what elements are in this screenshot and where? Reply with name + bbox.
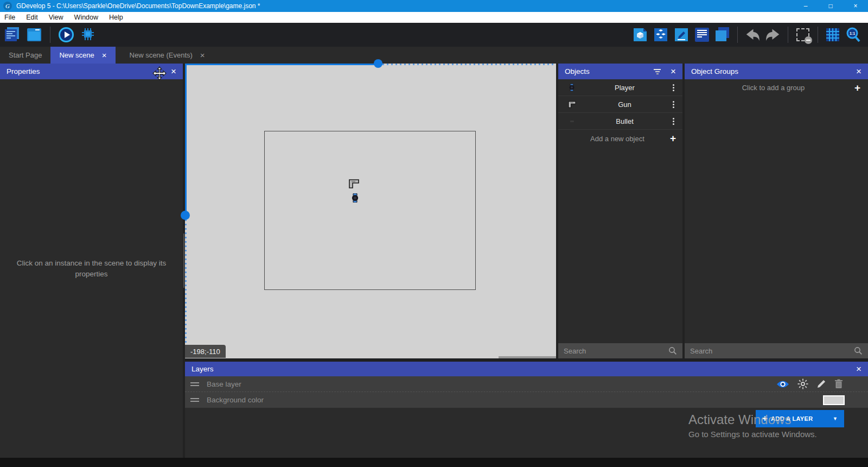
object-groups-panel: Object Groups × Click to add a group + — [685, 64, 868, 358]
search-icon — [668, 346, 677, 355]
objects-search-bar — [558, 343, 682, 358]
toolbar: 1:1 — [0, 23, 868, 47]
object-menu-icon[interactable] — [668, 84, 678, 91]
object-groups-close-icon[interactable]: × — [856, 66, 861, 77]
toolbar-separator — [788, 27, 788, 43]
tab-new-scene[interactable]: New scene × — [50, 47, 115, 64]
caret-down-icon[interactable]: ▼ — [833, 416, 838, 421]
layer-row-base[interactable]: Base layer — [185, 376, 868, 392]
maximize-button[interactable]: □ — [818, 0, 843, 12]
move-cursor-icon — [152, 66, 167, 80]
gdevelop-window: G GDevelop 5 - C:\Users\Sparkle\OneDrive… — [0, 0, 868, 467]
properties-panel: Properties × Click on an instance in the… — [0, 64, 183, 458]
title-bar: G GDevelop 5 - C:\Users\Sparkle\OneDrive… — [0, 0, 868, 12]
bottom-scrollbar-thumb[interactable] — [499, 356, 556, 358]
objects-close-icon[interactable]: × — [671, 66, 676, 77]
layer-effects-icon[interactable] — [797, 378, 808, 389]
zoom-original-icon[interactable]: 1:1 — [845, 27, 861, 43]
objects-panel: Objects × Player — [558, 64, 682, 358]
gdevelop-logo-icon: G — [3, 2, 12, 10]
menu-window[interactable]: Window — [69, 12, 104, 23]
tab-new-scene-events[interactable]: New scene (Events) × — [121, 47, 214, 64]
close-button[interactable]: × — [843, 0, 868, 12]
add-layer-button[interactable]: + ADD A LAYER ▼ — [756, 410, 844, 427]
objects-header[interactable]: Objects × — [558, 64, 682, 79]
play-preview-icon[interactable] — [58, 27, 74, 43]
debug-icon[interactable] — [80, 27, 96, 43]
objects-list: Player Gun Bullet — [558, 79, 682, 147]
h-scrollbar-track-dashed — [382, 64, 556, 65]
object-groups-header[interactable]: Object Groups × — [685, 64, 868, 79]
edit-scene-icon[interactable] — [673, 27, 690, 43]
object-row-bullet[interactable]: Bullet — [558, 113, 682, 130]
toolbar-separator — [737, 27, 738, 43]
toolbar-separator — [50, 27, 50, 43]
object-row-gun[interactable]: Gun — [558, 96, 682, 113]
player-sprite-icon — [563, 84, 581, 91]
grid-icon[interactable] — [825, 27, 841, 43]
bottom-edge — [0, 458, 868, 467]
properties-title: Properties — [7, 67, 40, 75]
properties-close-icon[interactable]: × — [171, 66, 176, 77]
objects-search-input[interactable] — [564, 347, 668, 355]
object-name: Player — [581, 84, 668, 92]
h-scrollbar-track — [185, 64, 382, 65]
h-scrollbar-thumb[interactable] — [374, 59, 382, 68]
add-object-icon[interactable] — [632, 27, 648, 43]
v-scrollbar-thumb[interactable] — [181, 211, 190, 220]
object-groups-search-bar — [685, 343, 868, 358]
properties-empty-message: Click on an instance in the scene to dis… — [0, 258, 183, 280]
plus-icon: + — [762, 413, 768, 424]
filter-icon[interactable] — [654, 69, 661, 74]
gun-sprite-icon — [563, 101, 581, 108]
layer-row-background[interactable]: Background color — [185, 392, 868, 408]
layers-header[interactable]: Layers × — [185, 362, 868, 376]
background-color-swatch[interactable] — [823, 395, 845, 405]
layers-toolbar-icon[interactable] — [714, 27, 731, 43]
search-icon — [854, 346, 863, 355]
project-manager-icon[interactable] — [4, 27, 21, 43]
edit-layer-pencil-icon[interactable] — [816, 379, 826, 389]
redo-icon[interactable] — [765, 27, 781, 43]
menu-view[interactable]: View — [43, 12, 69, 23]
minimize-button[interactable]: – — [793, 0, 818, 12]
cursor-coordinates: -198;-110 — [185, 345, 226, 358]
player-instance[interactable] — [351, 193, 359, 203]
layers-close-icon[interactable]: × — [856, 364, 861, 375]
object-groups-search-input[interactable] — [690, 347, 854, 355]
tab-start-page[interactable]: Start Page — [0, 47, 50, 64]
toolbar-right: 1:1 — [632, 27, 868, 43]
scene-canvas[interactable]: -198;-110 — [185, 64, 556, 358]
menu-help[interactable]: Help — [104, 12, 129, 23]
undo-icon[interactable] — [744, 27, 761, 43]
add-object-row[interactable]: Add a new object + — [558, 130, 682, 147]
menu-file[interactable]: File — [0, 12, 21, 23]
deselect-icon[interactable] — [795, 27, 811, 43]
layers-list: Base layer — [185, 376, 868, 408]
v-scrollbar-track — [185, 64, 187, 215]
tab-close-icon[interactable]: × — [102, 51, 107, 60]
start-page-icon[interactable] — [26, 27, 42, 43]
drag-handle-icon[interactable] — [190, 382, 199, 386]
tab-bar: Start Page New scene × New scene (Events… — [0, 47, 868, 64]
plus-icon[interactable]: + — [854, 82, 860, 94]
gun-instance[interactable] — [349, 179, 359, 188]
window-title: GDevelop 5 - C:\Users\Sparkle\OneDrive\D… — [16, 2, 260, 10]
visibility-eye-icon[interactable] — [776, 380, 789, 388]
delete-layer-trash-icon[interactable] — [834, 379, 843, 389]
object-name: Gun — [581, 100, 668, 109]
drag-handle-icon[interactable] — [190, 398, 199, 402]
instances-list-icon[interactable] — [694, 27, 710, 43]
menu-bar: File Edit View Window Help — [0, 12, 868, 23]
object-groups-icon[interactable] — [653, 27, 669, 43]
object-row-player[interactable]: Player — [558, 79, 682, 96]
properties-scrollbar[interactable] — [183, 234, 184, 288]
add-group-row[interactable]: Click to add a group + — [685, 79, 868, 96]
menu-edit[interactable]: Edit — [21, 12, 43, 23]
tab-close-icon[interactable]: × — [200, 51, 205, 60]
window-controls: – □ × — [793, 0, 868, 12]
toolbar-left — [0, 27, 96, 43]
plus-icon[interactable]: + — [670, 132, 676, 144]
object-menu-icon[interactable] — [668, 118, 678, 125]
object-menu-icon[interactable] — [668, 101, 678, 108]
